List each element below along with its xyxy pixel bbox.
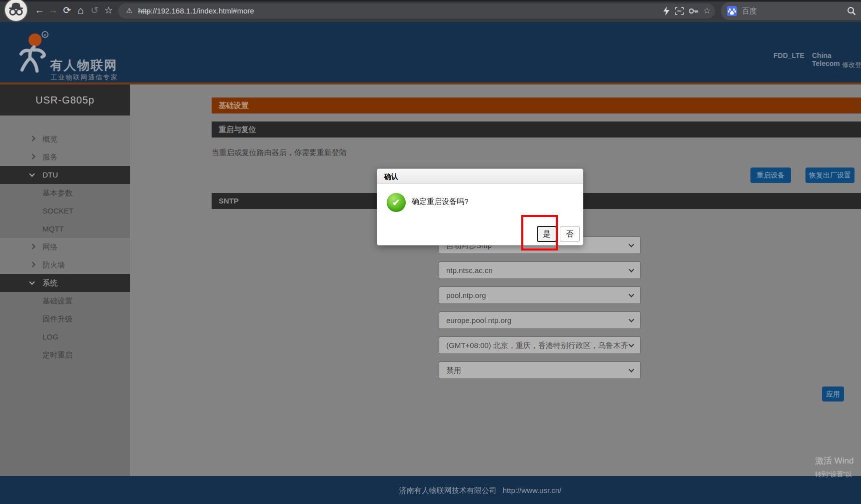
device-name: USR-G805p: [0, 84, 130, 116]
forward-button[interactable]: →: [47, 4, 60, 17]
chevron-down-icon: [628, 316, 634, 322]
timezone-select[interactable]: (GMT+08:00) 北京，重庆，香港特别行政区，乌鲁木齐: [439, 336, 641, 354]
sidebar-item-overview[interactable]: 概览: [0, 130, 130, 148]
field-label: 时区: [823, 336, 861, 354]
incognito-icon: [5, 0, 27, 21]
search-icon[interactable]: [847, 6, 856, 16]
lightning-icon[interactable]: [663, 6, 670, 16]
chevron-down-icon: [628, 242, 634, 247]
chevron-down-icon: [628, 342, 634, 347]
sidebar-item-basic-settings[interactable]: 基础设置: [0, 292, 130, 310]
network-type-label: FDD_LTE: [773, 52, 804, 60]
sidebar-gap: [0, 116, 130, 130]
chevron-down-icon: [29, 279, 35, 284]
sidebar-item-services[interactable]: 服务: [0, 148, 130, 166]
chevron-right-icon: [30, 244, 35, 249]
footer-company: 济南有人物联网技术有限公司: [399, 486, 497, 494]
reader-mode-icon[interactable]: [675, 7, 684, 15]
footer: 济南有人物联网技术有限公司http://www.usr.cn/: [0, 476, 861, 504]
form-row-sntp-server2: SNTP 服务器2* pool.ntp.org: [130, 286, 680, 304]
sidebar-item-log[interactable]: LOG: [0, 328, 130, 346]
field-label: SNTP 服务器1*: [823, 262, 861, 279]
dialog-title: 确认: [377, 169, 583, 184]
history-button[interactable]: ↺: [88, 4, 101, 17]
sidebar-item-firewall[interactable]: 防火墙: [0, 256, 130, 274]
bookmark-star-button[interactable]: ☆: [102, 4, 115, 17]
form-row-timezone: 时区 (GMT+08:00) 北京，重庆，香港特别行政区，乌鲁木齐: [130, 336, 680, 354]
chevron-right-icon: [30, 136, 35, 141]
address-bar[interactable]: ⚠ http://192.168.1.1/index.html#more ☆: [118, 4, 715, 18]
sidebar-item-socket[interactable]: SOCKET: [0, 202, 130, 220]
sidebar-item-firmware-upgrade[interactable]: 固件升级: [0, 310, 130, 328]
url-text[interactable]: http://192.168.1.1/index.html#more: [138, 6, 254, 15]
annotation-highlight-box: [521, 215, 558, 250]
sidebar-item-scheduled-reboot[interactable]: 定时重启: [0, 346, 130, 364]
reboot-device-button[interactable]: 重启设备: [750, 168, 791, 183]
window-top-edge: [0, 0, 861, 2]
search-engine-label: 百度: [742, 6, 757, 16]
brand-name: 有人物联网: [50, 57, 118, 74]
apply-button[interactable]: 应用: [822, 386, 844, 402]
field-label: SNTP 服务器2*: [823, 286, 861, 304]
form-row-dst: 夏时制 禁用: [130, 362, 680, 379]
sidebar-item-mqtt[interactable]: MQTT: [0, 220, 130, 238]
chevron-right-icon: [30, 154, 35, 159]
incognito-avatar[interactable]: [4, 0, 28, 22]
dialog-message: 确定重启设备吗?: [412, 197, 468, 206]
sntp-server1-select[interactable]: ntp.ntsc.ac.cn: [439, 262, 641, 279]
form-row-sntp-server1: SNTP 服务器1* ntp.ntsc.ac.cn: [130, 262, 680, 279]
chevron-down-icon: [628, 366, 634, 372]
field-label: SNTP 服务器3*: [823, 312, 861, 329]
chevron-right-icon: [30, 262, 35, 267]
url-scheme: http: [138, 6, 151, 15]
sntp-server3-select[interactable]: europe.pool.ntp.org: [439, 312, 641, 329]
footer-website[interactable]: http://www.usr.cn/: [503, 486, 562, 494]
dialog-no-button[interactable]: 否: [560, 226, 580, 242]
sntp-server2-select[interactable]: pool.ntp.org: [439, 286, 641, 304]
sidebar-nav: USR-G805p 概览 服务 DTU 基本参数 SOCKET MQTT 网络 …: [0, 84, 130, 476]
brand-slogan: 工业物联网通信专家: [51, 73, 118, 82]
chevron-down-icon: [29, 171, 35, 176]
back-button[interactable]: ←: [33, 4, 46, 17]
search-input[interactable]: 百度: [721, 2, 861, 20]
svg-text:R: R: [44, 33, 47, 38]
bookmark-page-icon[interactable]: ☆: [703, 5, 711, 17]
site-header: R 有人物联网 工业物联网通信专家 FDD_LTE China Telecom …: [0, 22, 861, 82]
windows-activation-watermark: 激活 Wind 转到“设置”以: [815, 455, 853, 479]
reboot-description: 当重启或复位路由器后，你需要重新登陆: [212, 148, 347, 158]
browser-toolbar: ← → ⟳ ⌂ ↺ ☆ ⚠ http://192.168.1.1/index.h…: [0, 0, 861, 22]
reboot-section-header: 重启与复位: [212, 122, 861, 138]
page-title: 基础设置: [219, 101, 249, 110]
change-password-link[interactable]: 修改登: [842, 60, 861, 70]
sidebar-item-basic-params[interactable]: 基本参数: [0, 184, 130, 202]
reload-button[interactable]: ⟳: [61, 4, 74, 17]
home-button[interactable]: ⌂: [74, 4, 87, 17]
usr-logo: R: [14, 31, 54, 74]
field-label: 夏时制: [823, 362, 861, 379]
chevron-down-icon: [628, 292, 634, 297]
chevron-down-icon: [628, 266, 634, 272]
not-secure-warning-icon[interactable]: ⚠: [126, 6, 133, 14]
page-title-bar: 基础设置: [212, 98, 861, 114]
success-check-icon: ✔: [387, 193, 406, 212]
baidu-logo-icon: [727, 6, 737, 16]
factory-reset-button[interactable]: 恢复出厂设置: [805, 168, 854, 183]
sidebar-item-dtu[interactable]: DTU: [0, 166, 130, 184]
sidebar-item-system[interactable]: 系统: [0, 274, 130, 292]
sidebar-item-network[interactable]: 网络: [0, 238, 130, 256]
password-key-icon[interactable]: [689, 8, 698, 14]
url-rest: ://192.168.1.1/index.html#more: [151, 6, 254, 15]
dst-select[interactable]: 禁用: [439, 362, 641, 379]
form-row-sntp-server3: SNTP 服务器3* europe.pool.ntp.org: [130, 312, 680, 329]
field-label: 时间设置模式: [823, 236, 861, 254]
